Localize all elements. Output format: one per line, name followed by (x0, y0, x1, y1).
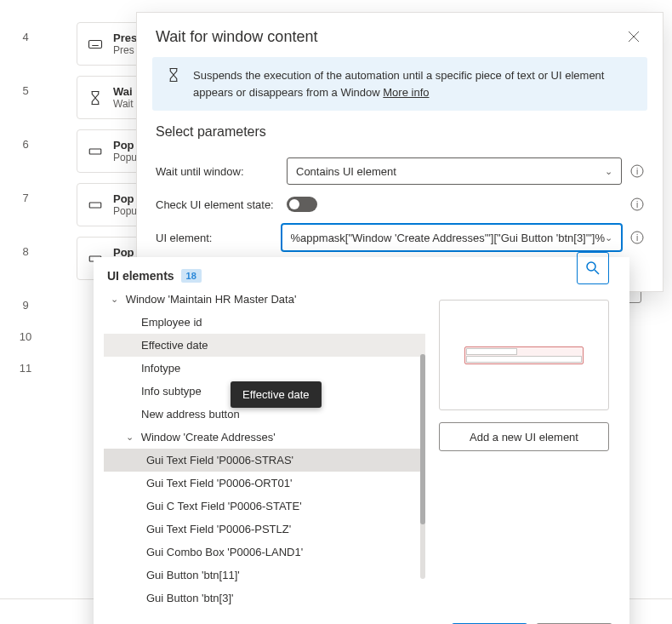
tree-item[interactable]: Gui Button 'btn[11]' (104, 564, 425, 587)
ui-elements-popup: UI elements 18 ⌄ Window 'Maintain HR Mas… (94, 257, 629, 624)
svg-point-10 (587, 262, 595, 271)
more-info-link[interactable]: More info (383, 86, 429, 99)
add-ui-element-button[interactable]: Add a new UI element (439, 422, 609, 451)
tree-item[interactable]: Gui Text Field 'P0006-STRAS' (104, 449, 425, 472)
search-button[interactable] (577, 252, 609, 284)
tree-item[interactable]: Gui Text Field 'P0006-ORT01' (104, 472, 425, 495)
wait-until-select[interactable]: Contains UI element ⌄ (287, 157, 622, 185)
tree-item[interactable]: Gui Combo Box 'P0006-LAND1' (104, 541, 425, 564)
tree-item[interactable]: Effective date (104, 334, 425, 357)
row-number: 6 (0, 129, 51, 151)
close-icon (628, 31, 640, 43)
tree-item[interactable]: Gui Text Field 'P0006-PSTLZ' (104, 518, 425, 541)
textbox-icon (88, 144, 103, 159)
param-wait-until: Wait until window: Contains UI element ⌄… (137, 152, 663, 191)
svg-text:i: i (636, 200, 638, 209)
action-title: Pres (113, 31, 137, 44)
param-check-state: Check UI element state: i (137, 191, 663, 218)
info-icon[interactable]: i (630, 231, 644, 244)
banner-text: Suspends the execution of the automation… (193, 67, 634, 100)
dialog-title: Wait for window content (156, 28, 317, 46)
tree-item[interactable]: Gui Button 'btn[3]' (104, 587, 425, 610)
textbox-icon (88, 198, 103, 213)
action-subtitle: Wait (113, 98, 134, 110)
row-number: 4 (0, 22, 51, 43)
param-label: Wait until window: (156, 165, 275, 178)
row-number: 7 (0, 183, 51, 204)
search-icon (585, 260, 601, 276)
ui-elements-count: 18 (181, 269, 202, 283)
wait-for-window-dialog: Wait for window content Suspends the exe… (136, 12, 663, 292)
tree-item[interactable]: Gui C Text Field 'P0006-STATE' (104, 495, 425, 518)
preview-box (439, 300, 609, 410)
svg-rect-1 (89, 149, 101, 154)
svg-rect-0 (89, 40, 102, 48)
preview-element (464, 346, 584, 364)
row-number: 8 (0, 237, 51, 258)
action-subtitle: Pres (113, 44, 137, 56)
param-label: Check UI element state: (156, 198, 275, 211)
close-button[interactable] (624, 26, 644, 47)
scrollbar[interactable] (420, 354, 425, 579)
param-label: UI element: (156, 232, 270, 244)
svg-text:i: i (636, 233, 638, 243)
hourglass-icon (88, 90, 103, 106)
hourglass-icon (166, 67, 181, 83)
ui-elements-title: UI elements (107, 269, 174, 283)
ui-elements-tree: ⌄ Window 'Maintain HR Master Data' Emplo… (104, 288, 425, 610)
row-number: 11 (0, 353, 51, 375)
info-icon[interactable]: i (630, 164, 644, 178)
row-number: 9 (0, 290, 51, 312)
keyboard-icon (88, 37, 103, 52)
action-title: Wai (113, 85, 134, 98)
tree-window-node[interactable]: ⌄ Window 'Create Addresses' (104, 426, 425, 449)
action-subtitle: Popu (113, 205, 137, 217)
select-value: %appmask["Window 'Create Addresses'"]["G… (291, 232, 605, 244)
svg-rect-2 (89, 203, 101, 208)
tree-item[interactable]: Infotype (104, 357, 425, 380)
chevron-down-icon: ⌄ (126, 432, 138, 443)
row-number: 10 (0, 322, 51, 343)
chevron-down-icon: ⌄ (111, 294, 122, 305)
action-title: Pop (113, 192, 137, 205)
svg-text:i: i (636, 167, 638, 176)
action-title: Pop (113, 139, 137, 152)
ui-element-select[interactable]: %appmask["Window 'Create Addresses'"]["G… (282, 224, 622, 251)
section-heading: Select parameters (137, 124, 663, 152)
tree-item[interactable]: Employee id (104, 311, 425, 334)
chevron-down-icon: ⌄ (605, 232, 612, 243)
tooltip: Effective date (231, 381, 322, 408)
info-banner: Suspends the execution of the automation… (152, 57, 647, 111)
chevron-down-icon: ⌄ (605, 166, 612, 177)
row-number: 5 (0, 76, 51, 97)
action-subtitle: Popu (113, 152, 137, 163)
info-icon[interactable]: i (630, 198, 644, 211)
select-value: Contains UI element (296, 165, 396, 178)
check-state-toggle[interactable] (287, 197, 317, 212)
tree-window-node[interactable]: ⌄ Window 'Maintain HR Master Data' (104, 288, 425, 311)
